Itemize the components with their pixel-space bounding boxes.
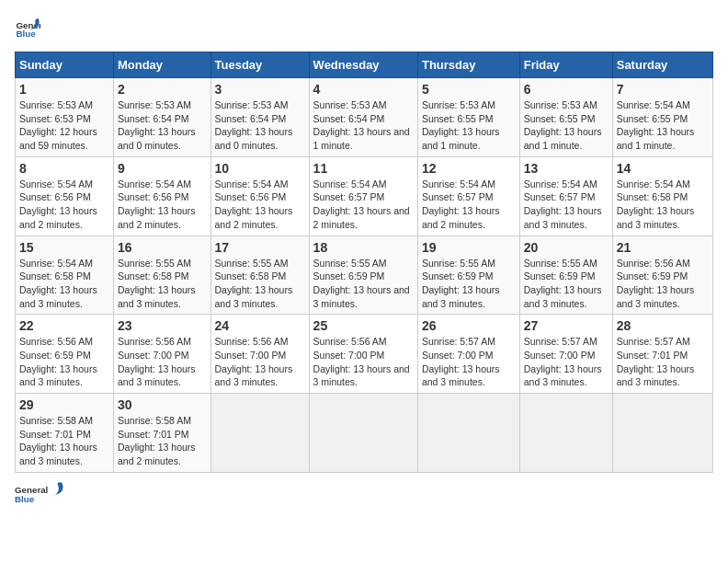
day-info: Sunrise: 5:53 AMSunset: 6:55 PMDaylight:…: [524, 98, 609, 153]
calendar-cell: 12Sunrise: 5:54 AMSunset: 6:57 PMDayligh…: [417, 156, 519, 236]
calendar-cell: 18Sunrise: 5:55 AMSunset: 6:59 PMDayligh…: [309, 236, 417, 315]
day-number: 27: [524, 318, 609, 333]
day-info: Sunrise: 5:54 AMSunset: 6:56 PMDaylight:…: [19, 178, 109, 232]
day-number: 17: [215, 240, 305, 255]
day-header-saturday: Saturday: [612, 52, 712, 78]
day-info: Sunrise: 5:54 AMSunset: 6:58 PMDaylight:…: [19, 257, 109, 311]
days-header-row: SundayMondayTuesdayWednesdayThursdayFrid…: [16, 52, 713, 78]
day-number: 13: [524, 161, 609, 176]
day-info: Sunrise: 5:57 AMSunset: 7:00 PMDaylight:…: [422, 335, 516, 389]
svg-text:Blue: Blue: [16, 29, 36, 39]
day-header-sunday: Sunday: [16, 52, 114, 78]
day-info: Sunrise: 5:55 AMSunset: 6:58 PMDaylight:…: [118, 257, 207, 311]
day-number: 22: [19, 318, 109, 333]
day-info: Sunrise: 5:54 AMSunset: 6:57 PMDaylight:…: [524, 178, 609, 232]
calendar-table: SundayMondayTuesdayWednesdayThursdayFrid…: [15, 52, 713, 473]
day-info: Sunrise: 5:53 AMSunset: 6:54 PMDaylight:…: [215, 98, 305, 153]
calendar-cell: 1Sunrise: 5:53 AMSunset: 6:53 PMDaylight…: [16, 78, 114, 157]
day-info: Sunrise: 5:55 AMSunset: 6:59 PMDaylight:…: [313, 257, 414, 311]
day-number: 23: [118, 318, 207, 333]
day-info: Sunrise: 5:56 AMSunset: 7:00 PMDaylight:…: [215, 335, 305, 389]
calendar-cell: 19Sunrise: 5:55 AMSunset: 6:59 PMDayligh…: [417, 236, 519, 315]
day-info: Sunrise: 5:53 AMSunset: 6:53 PMDaylight:…: [19, 98, 109, 153]
day-header-tuesday: Tuesday: [210, 52, 309, 78]
calendar-cell: [309, 394, 417, 473]
calendar-cell: 15Sunrise: 5:54 AMSunset: 6:58 PMDayligh…: [16, 236, 114, 315]
day-header-monday: Monday: [113, 52, 210, 78]
calendar-cell: 2Sunrise: 5:53 AMSunset: 6:54 PMDaylight…: [113, 78, 210, 157]
day-info: Sunrise: 5:55 AMSunset: 6:59 PMDaylight:…: [524, 257, 609, 311]
calendar-cell: 17Sunrise: 5:55 AMSunset: 6:58 PMDayligh…: [210, 236, 309, 315]
calendar-cell: 8Sunrise: 5:54 AMSunset: 6:56 PMDaylight…: [16, 156, 114, 236]
calendar-cell: 3Sunrise: 5:53 AMSunset: 6:54 PMDaylight…: [210, 78, 309, 157]
day-number: 26: [422, 318, 516, 333]
calendar-cell: 28Sunrise: 5:57 AMSunset: 7:01 PMDayligh…: [612, 315, 712, 394]
calendar-cell: 14Sunrise: 5:54 AMSunset: 6:58 PMDayligh…: [612, 156, 712, 236]
calendar-cell: 29Sunrise: 5:58 AMSunset: 7:01 PMDayligh…: [16, 394, 114, 473]
day-number: 28: [617, 318, 709, 333]
calendar-cell: 26Sunrise: 5:57 AMSunset: 7:00 PMDayligh…: [417, 315, 519, 394]
day-header-wednesday: Wednesday: [309, 52, 417, 78]
day-info: Sunrise: 5:54 AMSunset: 6:56 PMDaylight:…: [215, 178, 305, 232]
week-row-2: 8Sunrise: 5:54 AMSunset: 6:56 PMDaylight…: [16, 156, 713, 236]
day-info: Sunrise: 5:54 AMSunset: 6:55 PMDaylight:…: [617, 98, 709, 153]
day-number: 4: [313, 82, 414, 97]
day-info: Sunrise: 5:56 AMSunset: 6:59 PMDaylight:…: [19, 335, 109, 389]
day-number: 6: [524, 82, 609, 97]
day-number: 14: [617, 161, 709, 176]
calendar-cell: 24Sunrise: 5:56 AMSunset: 7:00 PMDayligh…: [210, 315, 309, 394]
day-number: 7: [617, 82, 709, 97]
day-info: Sunrise: 5:57 AMSunset: 7:00 PMDaylight:…: [524, 335, 609, 389]
day-info: Sunrise: 5:58 AMSunset: 7:01 PMDaylight:…: [118, 414, 207, 468]
calendar-body: 1Sunrise: 5:53 AMSunset: 6:53 PMDaylight…: [16, 78, 713, 473]
calendar-cell: 30Sunrise: 5:58 AMSunset: 7:01 PMDayligh…: [113, 394, 210, 473]
calendar-cell: 9Sunrise: 5:54 AMSunset: 6:56 PMDaylight…: [113, 156, 210, 236]
calendar-cell: 4Sunrise: 5:53 AMSunset: 6:54 PMDaylight…: [309, 78, 417, 157]
day-number: 1: [19, 82, 109, 97]
svg-text:Blue: Blue: [15, 494, 35, 504]
day-info: Sunrise: 5:54 AMSunset: 6:56 PMDaylight:…: [118, 178, 207, 232]
calendar-cell: [210, 394, 309, 473]
calendar-cell: [519, 394, 612, 473]
day-info: Sunrise: 5:53 AMSunset: 6:55 PMDaylight:…: [422, 98, 516, 153]
day-header-friday: Friday: [519, 52, 612, 78]
calendar-cell: 10Sunrise: 5:54 AMSunset: 6:56 PMDayligh…: [210, 156, 309, 236]
day-number: 11: [313, 161, 414, 176]
footer-logo: General Blue: [15, 480, 70, 508]
calendar-cell: 25Sunrise: 5:56 AMSunset: 7:00 PMDayligh…: [309, 315, 417, 394]
day-number: 24: [215, 318, 305, 333]
calendar-cell: 11Sunrise: 5:54 AMSunset: 6:57 PMDayligh…: [309, 156, 417, 236]
week-row-1: 1Sunrise: 5:53 AMSunset: 6:53 PMDaylight…: [16, 78, 713, 157]
calendar-cell: 5Sunrise: 5:53 AMSunset: 6:55 PMDaylight…: [417, 78, 519, 157]
day-info: Sunrise: 5:53 AMSunset: 6:54 PMDaylight:…: [313, 98, 414, 153]
day-number: 18: [313, 240, 414, 255]
day-number: 3: [215, 82, 305, 97]
day-number: 5: [422, 82, 516, 97]
week-row-3: 15Sunrise: 5:54 AMSunset: 6:58 PMDayligh…: [16, 236, 713, 315]
day-info: Sunrise: 5:55 AMSunset: 6:59 PMDaylight:…: [422, 257, 516, 311]
day-number: 21: [617, 240, 709, 255]
day-info: Sunrise: 5:55 AMSunset: 6:58 PMDaylight:…: [215, 257, 305, 311]
calendar-cell: 27Sunrise: 5:57 AMSunset: 7:00 PMDayligh…: [519, 315, 612, 394]
day-number: 29: [19, 397, 109, 412]
day-info: Sunrise: 5:53 AMSunset: 6:54 PMDaylight:…: [118, 98, 207, 153]
day-info: Sunrise: 5:58 AMSunset: 7:01 PMDaylight:…: [19, 414, 109, 468]
calendar-cell: 7Sunrise: 5:54 AMSunset: 6:55 PMDaylight…: [612, 78, 712, 157]
calendar-cell: 16Sunrise: 5:55 AMSunset: 6:58 PMDayligh…: [113, 236, 210, 315]
logo: General Blue: [15, 15, 40, 40]
day-number: 30: [118, 397, 207, 412]
day-number: 15: [19, 240, 109, 255]
day-number: 20: [524, 240, 609, 255]
calendar-cell: 23Sunrise: 5:56 AMSunset: 7:00 PMDayligh…: [113, 315, 210, 394]
week-row-4: 22Sunrise: 5:56 AMSunset: 6:59 PMDayligh…: [16, 315, 713, 394]
page-header: General Blue: [15, 15, 713, 40]
day-info: Sunrise: 5:54 AMSunset: 6:57 PMDaylight:…: [422, 178, 516, 232]
day-info: Sunrise: 5:56 AMSunset: 7:00 PMDaylight:…: [313, 335, 414, 389]
day-number: 8: [19, 161, 109, 176]
calendar-cell: 6Sunrise: 5:53 AMSunset: 6:55 PMDaylight…: [519, 78, 612, 157]
day-number: 12: [422, 161, 516, 176]
day-number: 9: [118, 161, 207, 176]
day-info: Sunrise: 5:54 AMSunset: 6:57 PMDaylight:…: [313, 178, 414, 232]
day-number: 19: [422, 240, 516, 255]
day-info: Sunrise: 5:54 AMSunset: 6:58 PMDaylight:…: [617, 178, 709, 232]
